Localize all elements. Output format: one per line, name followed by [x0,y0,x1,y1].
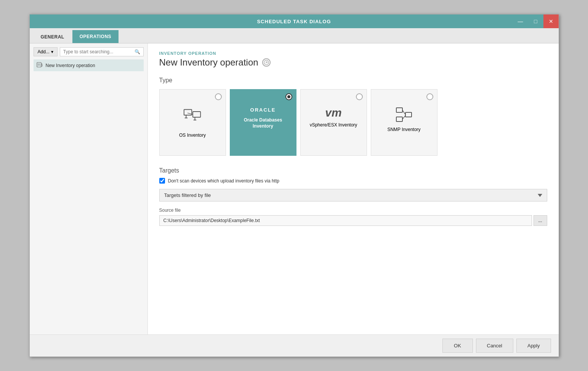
radio-os[interactable] [215,93,222,100]
vsphere-card-label: vSphere/ESX Inventory [306,122,361,128]
apply-button[interactable]: Apply [516,339,551,353]
search-icon: 🔍 [135,49,140,54]
operation-item-icon [37,62,43,69]
section-title: New Inventory operation [159,57,547,68]
type-cards: OS Inventory ORACLE Oracle Databases Inv… [159,89,547,156]
type-card-oracle[interactable]: ORACLE Oracle Databases Inventory [230,89,296,156]
tab-bar: GENERAL OPERATIONS [30,28,559,43]
svg-line-16 [402,110,405,115]
operation-item-label: New Inventory operation [46,63,95,68]
no-http-scan-checkbox[interactable] [159,178,165,184]
content-area: Add... ▾ 🔍 New [30,43,559,334]
footer: OK Cancel Apply [30,334,559,357]
snmp-icon [396,107,412,124]
scheduled-task-dialog: SCHEDULED TASK DIALOG — □ ✕ GENERAL OPER… [29,14,559,357]
search-box-container: 🔍 [60,47,144,56]
source-file-label: Source file [159,208,547,213]
targets-section: Targets Don't scan devices which upload … [159,167,547,226]
section-title-text: New Inventory operation [159,57,258,68]
vsphere-icon: vm [325,106,341,119]
operation-list-item[interactable]: New Inventory operation [34,59,144,71]
ok-button[interactable]: OK [442,339,473,353]
os-card-label: OS Inventory [175,133,210,139]
dialog-title: SCHEDULED TASK DIALOG [257,19,331,24]
tab-operations[interactable]: OPERATIONS [72,30,119,43]
svg-rect-7 [193,112,200,117]
radio-snmp[interactable] [426,93,433,100]
snmp-card-label: SNMP Inventory [383,127,424,133]
dropdown-row: Targets filtered by file All targets Sel… [159,189,547,201]
svg-rect-6 [184,109,192,115]
type-card-vsphere[interactable]: vm vSphere/ESX Inventory [300,89,367,156]
svg-rect-15 [396,117,402,122]
dropdown-arrow-icon: ▾ [51,49,53,54]
tab-general[interactable]: GENERAL [34,30,72,43]
svg-rect-14 [405,112,412,117]
checkbox-label: Don't scan devices which upload inventor… [168,178,279,184]
type-card-snmp[interactable]: SNMP Inventory [371,89,437,156]
minimize-button[interactable]: — [513,14,528,28]
type-card-os[interactable]: OS Inventory [159,89,226,156]
radio-vsphere[interactable] [356,93,363,100]
right-panel: INVENTORY OPERATION New Inventory operat… [148,43,559,334]
maximize-button[interactable]: □ [528,14,543,28]
search-input[interactable] [63,49,133,54]
radio-oracle[interactable] [285,93,292,100]
checkbox-row: Don't scan devices which upload inventor… [159,178,547,184]
add-button[interactable]: Add... ▾ [34,47,58,56]
targets-title: Targets [159,167,547,174]
svg-rect-0 [37,62,41,67]
section-label: INVENTORY OPERATION [159,51,547,56]
cancel-button[interactable]: Cancel [476,339,513,353]
source-file-row: ... [159,215,547,226]
browse-button[interactable]: ... [534,215,547,226]
left-panel-toolbar: Add... ▾ 🔍 [34,47,144,56]
svg-line-17 [402,115,405,119]
title-bar: SCHEDULED TASK DIALOG — □ ✕ [30,14,559,28]
source-file-input[interactable] [159,215,532,226]
svg-rect-4 [41,64,42,66]
svg-rect-13 [396,108,402,112]
type-label: Type [159,77,547,84]
os-inventory-icon [183,107,202,129]
oracle-brand-text: ORACLE [250,107,276,113]
title-controls: — □ ✕ [513,14,559,28]
oracle-card-label: Oracle Databases Inventory [230,117,296,129]
close-button[interactable]: ✕ [543,14,559,28]
targets-dropdown[interactable]: Targets filtered by file All targets Sel… [159,189,547,201]
left-panel: Add... ▾ 🔍 New [30,43,148,334]
edit-icon[interactable] [262,58,271,67]
